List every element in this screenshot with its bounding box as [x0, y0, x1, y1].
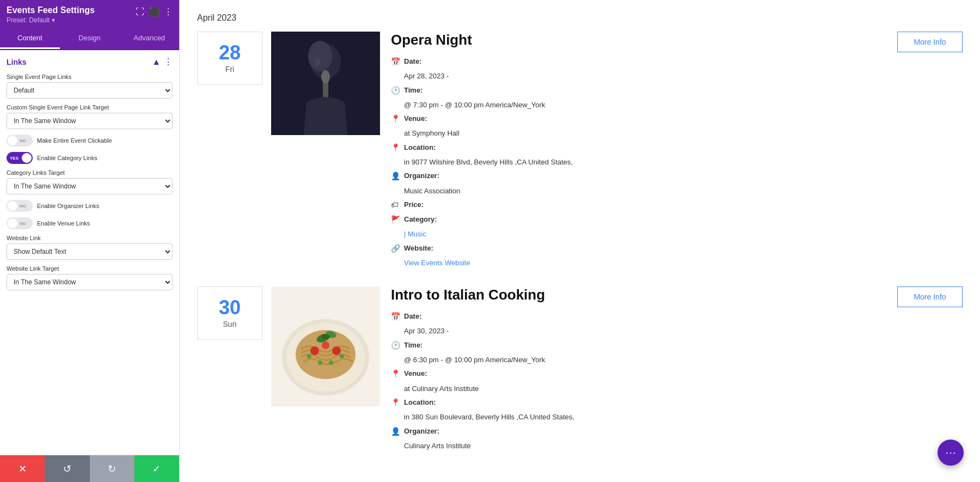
website-link-label: Website Link	[7, 235, 173, 241]
location-value-cooking: in 380 Sun Boulevard, Beverly Hills ,CA …	[404, 411, 889, 423]
month-label: April 2023	[197, 13, 963, 23]
section-menu-icon[interactable]: ⋮	[164, 57, 173, 67]
price-icon-opera: 🏷	[391, 198, 401, 212]
time-value-cooking: @ 6:30 pm - @ 10:00 pm America/New_York	[404, 353, 889, 366]
event-date-box-opera: 28 Fri	[197, 32, 262, 85]
calendar-icon-opera: 📅	[391, 55, 401, 69]
cancel-icon: ✕	[19, 463, 27, 475]
location-icon-opera: 📍	[391, 141, 401, 155]
make-entire-toggle[interactable]: NO	[7, 135, 33, 147]
section-title: Links	[7, 58, 27, 66]
tab-advanced[interactable]: Advanced	[119, 28, 179, 49]
event-info-cooking: Intro to Italian Cooking 📅 Date: Apr 30,…	[391, 286, 889, 453]
reset-icon: ↺	[63, 463, 71, 475]
enable-organizer-label: Enable Organizer Links	[37, 203, 99, 209]
clock-icon-opera: 🕐	[391, 84, 401, 97]
venue-icon-opera: 📍	[391, 112, 401, 126]
save-button[interactable]: ✓	[134, 455, 179, 482]
fullscreen-icon[interactable]: ⛶	[136, 7, 144, 17]
reset-button[interactable]: ↺	[45, 455, 89, 482]
enable-organizer-row: NO Enable Organizer Links	[7, 200, 173, 212]
svg-point-13	[307, 354, 311, 358]
svg-point-5	[314, 57, 321, 66]
event-meta-opera: 📅 Date: Apr 28, 2023 - 🕐 Time: @ 7:30 pm…	[391, 55, 889, 269]
panel-tabs: Content Design Advanced	[0, 28, 179, 50]
single-event-label: Single Event Page Links	[7, 74, 173, 80]
website-link-opera[interactable]: View Events Website	[404, 259, 470, 267]
location-value-opera: in 9077 Wilshire Blvd, Beverly Hills ,CA…	[404, 156, 889, 168]
event-weekday-opera: Fri	[225, 65, 234, 74]
event-date-box-cooking: 30 Sun	[197, 286, 262, 340]
event-info-opera: Opera Night 📅 Date: Apr 28, 2023 - 🕐 Tim…	[391, 32, 889, 269]
category-icon-opera: 🚩	[391, 213, 401, 227]
tab-content[interactable]: Content	[0, 28, 60, 49]
tab-design[interactable]: Design	[60, 28, 120, 49]
cancel-button[interactable]: ✕	[0, 455, 45, 482]
panel-toolbar: ✕ ↺ ↻ ✓	[0, 455, 179, 482]
venue-value-opera: at Symphony Hall	[404, 127, 889, 139]
event-day-opera: 28	[219, 43, 241, 63]
svg-point-15	[318, 361, 322, 365]
website-link-target-select[interactable]: In The Same Window In A New Window	[7, 274, 173, 290]
event-weekday-cooking: Sun	[223, 320, 237, 328]
redo-icon: ↻	[108, 463, 116, 475]
fab-icon: ⋯	[945, 446, 956, 459]
organizer-value-opera: Music Association	[404, 185, 889, 197]
svg-point-2	[308, 41, 332, 71]
custom-link-target-select[interactable]: In The Same Window In A New Window	[7, 113, 173, 129]
organizer-icon-opera: 👤	[391, 169, 401, 183]
enable-category-label: Enable Category Links	[37, 155, 97, 161]
make-entire-toggle-label: NO	[20, 138, 26, 143]
date-value-cooking: Apr 30, 2023 -	[404, 325, 889, 337]
svg-point-11	[332, 346, 341, 355]
enable-venue-toggle-label: NO	[20, 221, 26, 226]
panel-header: Events Feed Settings Preset: Default ▾ ⛶…	[0, 0, 179, 28]
preview-area: April 2023 28 Fri Opera Nigh	[180, 0, 980, 482]
more-info-button-opera[interactable]: More Info	[897, 32, 963, 52]
panel-title: Events Feed Settings	[7, 5, 136, 15]
organizer-icon-cooking: 👤	[391, 425, 401, 438]
event-title-opera: Opera Night	[391, 32, 889, 48]
website-icon-opera: 🔗	[391, 242, 401, 255]
date-value-opera: Apr 28, 2023 -	[404, 70, 889, 82]
more-vert-icon[interactable]: ⋮	[164, 7, 173, 17]
venue-icon-cooking: 📍	[391, 367, 401, 381]
category-target-select[interactable]: In The Same Window In A New Window	[7, 178, 173, 194]
event-meta-cooking: 📅 Date: Apr 30, 2023 - 🕐 Time: @ 6:30 pm…	[391, 310, 889, 452]
enable-category-toggle-label: YES	[10, 156, 19, 161]
svg-point-10	[310, 346, 319, 355]
event-image-cooking	[271, 286, 380, 406]
time-value-opera: @ 7:30 pm - @ 10:00 pm America/New_York	[404, 99, 889, 111]
location-icon-cooking: 📍	[391, 396, 401, 410]
section-header: Links ▲ ⋮	[7, 57, 173, 67]
single-event-select[interactable]: DefaultCustom	[7, 82, 173, 99]
svg-point-14	[340, 354, 344, 358]
section-collapse-icon[interactable]: ▲	[152, 57, 161, 67]
fab-button[interactable]: ⋯	[938, 440, 964, 466]
event-title-cooking: Intro to Italian Cooking	[391, 286, 889, 303]
category-target-label: Category Links Target	[7, 169, 173, 176]
enable-organizer-toggle-label: NO	[20, 204, 26, 209]
panel-content: Links ▲ ⋮ Single Event Page Links Defaul…	[0, 50, 179, 455]
category-link-opera[interactable]: | Music	[404, 230, 426, 238]
left-panel: Events Feed Settings Preset: Default ▾ ⛶…	[0, 0, 180, 482]
enable-venue-toggle[interactable]: NO	[7, 217, 33, 229]
svg-point-12	[322, 341, 329, 349]
enable-venue-label: Enable Venue Links	[37, 220, 90, 227]
save-icon: ✓	[152, 463, 161, 475]
enable-organizer-toggle[interactable]: NO	[7, 200, 33, 212]
website-link-target-label: Website Link Target	[7, 265, 173, 272]
website-link-select[interactable]: Show Default Text Hide Custom Text	[7, 243, 173, 260]
enable-category-row: YES Enable Category Links	[7, 152, 173, 164]
layout-icon[interactable]: ⬛	[149, 7, 160, 17]
enable-venue-row: NO Enable Venue Links	[7, 217, 173, 229]
svg-point-16	[329, 361, 333, 365]
panel-preset[interactable]: Preset: Default ▾	[7, 16, 136, 24]
make-entire-row: NO Make Entire Event Clickable	[7, 135, 173, 147]
organizer-value-cooking: Culinary Arts Institute	[404, 440, 889, 452]
event-card-opera: 28 Fri Opera Night �	[197, 32, 963, 269]
more-info-button-cooking[interactable]: More Info	[897, 286, 963, 307]
enable-category-toggle[interactable]: YES	[7, 152, 33, 164]
clock-icon-cooking: 🕐	[391, 339, 401, 352]
redo-button[interactable]: ↻	[90, 455, 134, 482]
